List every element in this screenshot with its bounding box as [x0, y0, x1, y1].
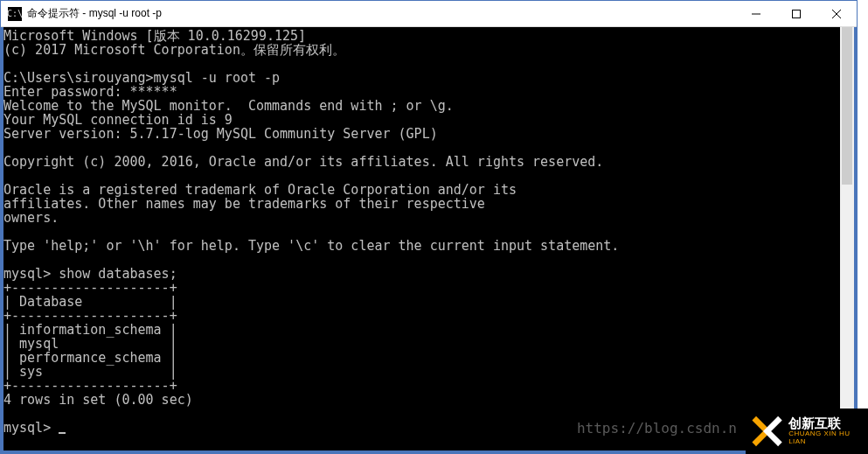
maximize-icon: [792, 10, 801, 18]
cmd-icon: C:\: [8, 7, 22, 21]
vertical-scrollbar[interactable]: [840, 27, 854, 451]
minimize-icon: [752, 10, 760, 18]
logo-badge: 创新互联 CHUANG XIN HU LIAN: [746, 409, 868, 454]
terminal-output[interactable]: Microsoft Windows [版本 10.0.16299.125] (c…: [3, 27, 840, 451]
maximize-button[interactable]: [776, 1, 816, 27]
logo-text-en: CHUANG XIN HU LIAN: [788, 430, 868, 446]
cmd-window: C:\ 命令提示符 - mysql -u root -p Microsoft W…: [0, 0, 858, 454]
window-controls: [736, 1, 857, 27]
logo-x-icon: [751, 415, 783, 448]
terminal-container: Microsoft Windows [版本 10.0.16299.125] (c…: [1, 27, 857, 453]
close-icon: [832, 10, 841, 18]
logo-text: 创新互联 CHUANG XIN HU LIAN: [788, 416, 868, 446]
terminal-cursor: [59, 432, 66, 434]
window-title: 命令提示符 - mysql -u root -p: [27, 6, 162, 21]
logo-text-cn: 创新互联: [788, 416, 868, 431]
close-button[interactable]: [816, 1, 857, 27]
window-titlebar[interactable]: C:\ 命令提示符 - mysql -u root -p: [1, 1, 857, 27]
minimize-button[interactable]: [736, 1, 776, 27]
svg-rect-1: [793, 10, 801, 17]
cmd-icon-glyph: C:\: [7, 9, 23, 18]
scrollbar-thumb[interactable]: [842, 27, 852, 185]
